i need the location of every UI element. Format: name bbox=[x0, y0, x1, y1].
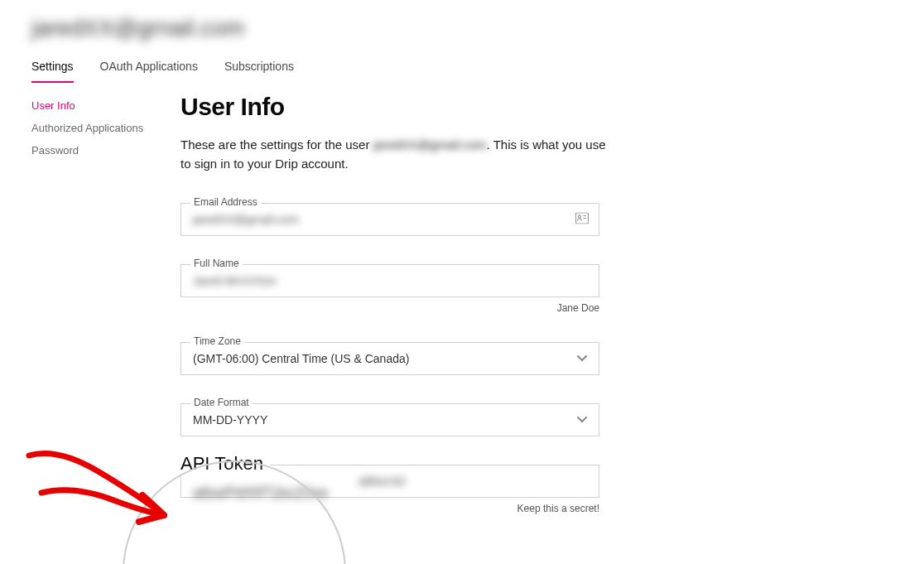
sidebar-item-password[interactable]: Password bbox=[31, 144, 164, 157]
tab-subscriptions[interactable]: Subscriptions bbox=[224, 60, 294, 83]
header-user-email: jaredXX@grnail.com bbox=[31, 15, 244, 41]
sidebar: User Info Authorized Applications Passwo… bbox=[31, 99, 164, 166]
apitoken-helper: Keep this a secret! bbox=[180, 503, 599, 514]
timezone-value: (GMT-06:00) Central Time (US & Canada) bbox=[193, 352, 409, 365]
timezone-label: Time Zone bbox=[190, 335, 244, 347]
sidebar-item-user-info[interactable]: User Info bbox=[31, 99, 164, 112]
form-group-email: Email Address jaredXX@gmail.com bbox=[180, 203, 611, 236]
form-group-timezone: Time Zone (GMT-06:00) Central Time (US &… bbox=[180, 342, 611, 375]
apitoken-value-part2: a8xePdX9T1bcZ0xe bbox=[193, 484, 328, 502]
main-tabs: Settings OAuth Applications Subscription… bbox=[31, 60, 294, 83]
fullname-field[interactable]: Jared McXXXon bbox=[180, 264, 599, 297]
form-group-dateformat: Date Format MM-DD-YYYY bbox=[180, 403, 611, 436]
svg-point-1 bbox=[578, 215, 580, 218]
dateformat-select[interactable]: MM-DD-YYYY bbox=[180, 403, 599, 436]
annotation-arrow bbox=[17, 439, 182, 547]
email-label: Email Address bbox=[190, 196, 261, 208]
form-group-apitoken: API Token a8hecXd a8xePdX9T1bcZ0xe Keep … bbox=[180, 465, 611, 514]
tab-settings[interactable]: Settings bbox=[31, 60, 74, 83]
tab-oauth-applications[interactable]: OAuth Applications bbox=[100, 60, 198, 83]
main-content: User Info These are the settings for the… bbox=[180, 93, 611, 514]
page-description: These are the settings for the user jare… bbox=[180, 136, 611, 173]
chevron-down-icon bbox=[577, 353, 587, 364]
dateformat-value: MM-DD-YYYY bbox=[193, 413, 267, 427]
apitoken-label: API Token bbox=[180, 453, 270, 475]
fullname-label: Full Name bbox=[190, 258, 243, 269]
description-user-redacted: jaredXX@gmail.com bbox=[373, 136, 487, 155]
svg-rect-0 bbox=[576, 213, 589, 224]
dateformat-label: Date Format bbox=[190, 397, 253, 408]
chevron-down-icon bbox=[577, 414, 587, 426]
email-value: jaredXX@gmail.com bbox=[193, 213, 299, 226]
page-title: User Info bbox=[180, 93, 611, 121]
apitoken-value-part1: a8hecXd bbox=[359, 475, 404, 488]
description-pre: These are the settings for the user bbox=[180, 137, 373, 152]
timezone-select[interactable]: (GMT-06:00) Central Time (US & Canada) bbox=[180, 342, 599, 375]
sidebar-item-authorized-applications[interactable]: Authorized Applications bbox=[31, 122, 164, 134]
email-field[interactable]: jaredXX@gmail.com bbox=[180, 203, 599, 236]
fullname-helper: Jane Doe bbox=[180, 302, 599, 314]
form-group-fullname: Full Name Jared McXXXon Jane Doe bbox=[180, 264, 611, 314]
contact-card-icon bbox=[575, 213, 589, 227]
fullname-value: Jared McXXXon bbox=[193, 274, 277, 287]
